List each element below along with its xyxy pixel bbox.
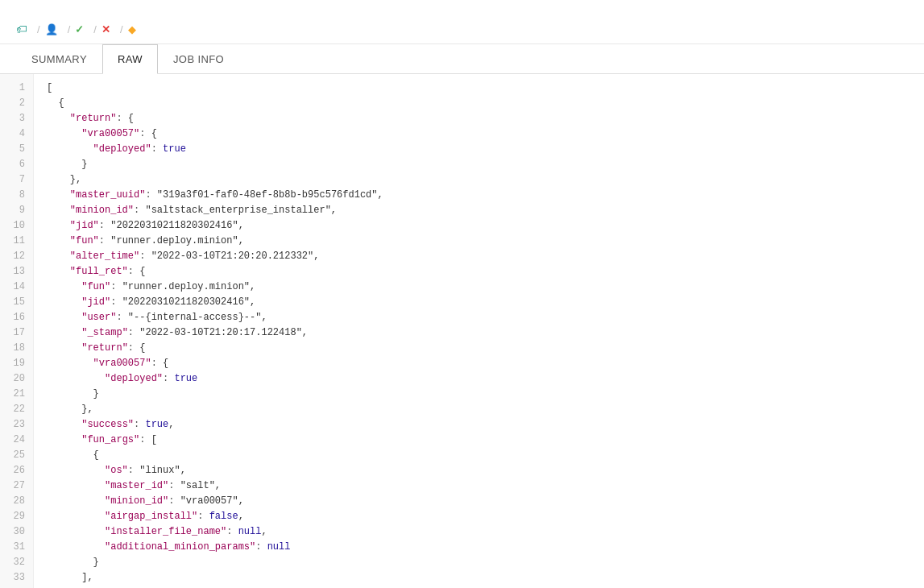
separator-3: / [93,23,97,35]
diamond-icon: ◆ [128,23,136,35]
code-area: [ { "return": { "vra00057": { "deployed"… [34,74,924,588]
separator-4: / [120,23,123,35]
line-numbers: 1234567891011121314151617181920212223242… [0,74,34,588]
tab-bar: SUMMARY RAW JOB INFO [0,44,924,74]
tab-job-info[interactable]: JOB INFO [158,44,239,74]
page-header: 🏷 / 👤 / ✓ / ✕ / ◆ [0,0,924,44]
content-area: 1234567891011121314151617181920212223242… [0,74,924,588]
check-icon: ✓ [75,23,84,35]
user-icon: 👤 [45,23,58,35]
tab-raw[interactable]: RAW [102,44,158,74]
separator-2: / [68,23,71,35]
cross-icon: ✕ [102,23,110,35]
separator-1: / [37,23,40,35]
meta-row: 🏷 / 👤 / ✓ / ✕ / ◆ [16,23,908,35]
tab-summary[interactable]: SUMMARY [16,44,102,74]
tag-icon: 🏷 [16,23,27,35]
